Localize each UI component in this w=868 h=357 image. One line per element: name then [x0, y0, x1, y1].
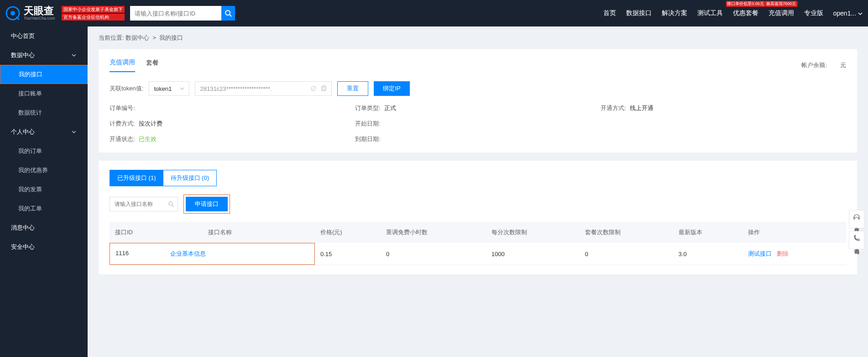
th-name: 接口名称: [203, 222, 315, 243]
chevron-down-icon: [858, 11, 863, 16]
nav-user[interactable]: open1...: [833, 10, 863, 17]
cell-id: 1116: [110, 243, 165, 264]
token-row: 关联token值: token1 28131c23***************…: [110, 81, 846, 96]
th-actions: 操作: [743, 222, 846, 243]
float-buttons: 在线咨询 电话咨询: [849, 210, 864, 249]
sidebar: 中心首页 数据中心 我的接口 接口账单 数据统计 个人中心 我的订单 我的优惠券…: [0, 26, 88, 357]
token-value-display: 28131c23*******************.: [195, 81, 332, 96]
phone-icon: [852, 234, 861, 242]
tab-pending[interactable]: 待升级接口 (0): [163, 170, 217, 186]
svg-point-1: [10, 11, 15, 16]
status-value: 已生效: [139, 135, 157, 143]
sidebar-item-stats[interactable]: 数据统计: [0, 103, 88, 122]
upgrade-tabs: 已升级接口 (1) 待升级接口 (0): [110, 170, 217, 186]
sidebar-item-personal[interactable]: 个人中心: [0, 122, 88, 142]
breadcrumb: 当前位置: 数据中心 > 我的接口: [99, 34, 857, 42]
copy-icon[interactable]: [320, 85, 327, 92]
nav-home[interactable]: 首页: [603, 9, 616, 17]
th-id: 接口ID: [110, 222, 203, 243]
nav-test-tools[interactable]: 测试工具: [697, 9, 723, 17]
tab-recharge[interactable]: 充值调用: [110, 58, 135, 72]
reset-button[interactable]: 重置: [337, 81, 368, 96]
sidebar-item-home[interactable]: 中心首页: [0, 26, 88, 46]
logo-text: 天眼查: [24, 5, 54, 16]
sidebar-item-orders[interactable]: 我的订单: [0, 142, 88, 161]
float-consult-button[interactable]: 在线咨询: [849, 210, 864, 228]
header-badge-2: 官方备案企业征信机构: [62, 14, 125, 21]
token-select[interactable]: token1: [149, 81, 189, 96]
top-nav: 首页 数据接口 解决方案 测试工具 接口单价低至0.06元 优惠套餐 最高返现7…: [603, 9, 863, 17]
svg-point-9: [169, 202, 173, 205]
nav-pro[interactable]: 专业版: [804, 9, 823, 17]
tab-upgraded[interactable]: 已升级接口 (1): [110, 170, 163, 186]
th-price: 价格(元): [315, 222, 381, 243]
nav-badge-cashback: 最高返现7500元: [765, 1, 797, 7]
logo-subtext: TianYanCha.com: [24, 16, 55, 21]
main-tabs: 充值调用 套餐 帐户余额: 元: [110, 58, 846, 72]
nav-recharge[interactable]: 最高返现7500元 充值调用: [769, 9, 794, 17]
chevron-down-icon: [71, 52, 77, 58]
info-grid: 订单编号: 订单类型:正式 开通方式:线上开通 计费方式:按次计费 开始日期: …: [110, 104, 846, 143]
logo-icon: [5, 6, 20, 21]
apply-button-highlight: 申请接口: [183, 194, 230, 214]
svg-point-3: [225, 10, 230, 15]
breadcrumb-part-2: 我的接口: [159, 34, 183, 41]
search-icon: [225, 10, 232, 17]
th-minute-limit: 每分次数限制: [486, 222, 580, 243]
th-package-limit: 套餐次数限制: [580, 222, 673, 243]
open-method-value: 线上开通: [630, 104, 654, 112]
billing-value: 按次计费: [139, 120, 162, 128]
chevron-down-icon: [71, 129, 77, 135]
logo-area: 天眼查 TianYanCha.com 国家中小企业发展子基金旗下 官方备案企业征…: [5, 6, 125, 21]
cell-name-link[interactable]: 企业基本信息: [165, 243, 211, 264]
nav-packages[interactable]: 接口单价低至0.06元 优惠套餐: [733, 9, 758, 17]
svg-line-10: [172, 205, 174, 207]
search-button[interactable]: [221, 6, 235, 21]
header-badges: 国家中小企业发展子基金旗下 官方备案企业征信机构: [62, 6, 125, 21]
svg-rect-8: [323, 86, 326, 90]
eye-off-icon[interactable]: [310, 85, 317, 92]
search-input[interactable]: [130, 6, 221, 21]
cell-package-limit: 0: [580, 243, 673, 265]
token-label: 关联token值:: [110, 84, 143, 93]
api-list-card: 已升级接口 (1) 待升级接口 (0) 申请接口 接口ID 接口名称 价格(: [99, 161, 857, 274]
action-test[interactable]: 测试接口: [748, 250, 772, 257]
nav-solutions[interactable]: 解决方案: [662, 9, 687, 17]
sidebar-item-invoices[interactable]: 我的发票: [0, 180, 88, 199]
table-row: 1116 企业基本信息 0.15 0 1000 0 3.0 测试接口 删除: [110, 243, 846, 265]
breadcrumb-part-1[interactable]: 数据中心: [125, 34, 149, 41]
sidebar-item-data-center[interactable]: 数据中心: [0, 46, 88, 65]
sidebar-item-security[interactable]: 安全中心: [0, 237, 88, 257]
float-phone-button[interactable]: 电话咨询: [849, 231, 864, 249]
cell-price: 0.15: [315, 243, 381, 265]
svg-rect-7: [322, 87, 325, 91]
apply-api-button[interactable]: 申请接口: [186, 197, 228, 211]
svg-line-4: [230, 15, 231, 16]
header-search: [130, 6, 235, 21]
sidebar-item-messages[interactable]: 消息中心: [0, 218, 88, 237]
table-header-row: 接口ID 接口名称 价格(元) 重调免费小时数 每分次数限制 套餐次数限制 最新…: [110, 222, 846, 243]
action-delete[interactable]: 删除: [777, 250, 789, 257]
tab-package[interactable]: 套餐: [146, 59, 159, 72]
api-info-card: 充值调用 套餐 帐户余额: 元 关联token值: token1 28131c2…: [99, 49, 857, 152]
balance-info: 帐户余额: 元: [801, 61, 846, 69]
header-badge-1: 国家中小企业发展子基金旗下: [62, 6, 125, 13]
filter-row: 申请接口: [110, 194, 846, 214]
svg-line-2: [16, 17, 19, 20]
top-header: 天眼查 TianYanCha.com 国家中小企业发展子基金旗下 官方备案企业征…: [0, 0, 868, 26]
th-free-hours: 重调免费小时数: [381, 222, 486, 243]
main-content: 当前位置: 数据中心 > 我的接口 充值调用 套餐 帐户余额: 元 关联toke…: [88, 26, 868, 357]
cell-actions: 测试接口 删除: [743, 243, 846, 265]
search-icon: [168, 201, 174, 207]
sidebar-item-tickets[interactable]: 我的工单: [0, 199, 88, 218]
cell-minute-limit: 1000: [486, 243, 580, 265]
sidebar-item-my-api[interactable]: 我的接口: [0, 65, 88, 84]
api-table: 接口ID 接口名称 价格(元) 重调免费小时数 每分次数限制 套餐次数限制 最新…: [110, 222, 846, 265]
nav-data-api[interactable]: 数据接口: [626, 9, 652, 17]
nav-badge-discount: 接口单价低至0.06元: [726, 1, 765, 7]
bind-ip-button[interactable]: 绑定IP: [374, 81, 409, 96]
sidebar-item-api-bills[interactable]: 接口账单: [0, 84, 88, 103]
cell-version: 3.0: [673, 243, 743, 265]
sidebar-item-coupons[interactable]: 我的优惠券: [0, 161, 88, 180]
order-type-value: 正式: [384, 104, 396, 112]
